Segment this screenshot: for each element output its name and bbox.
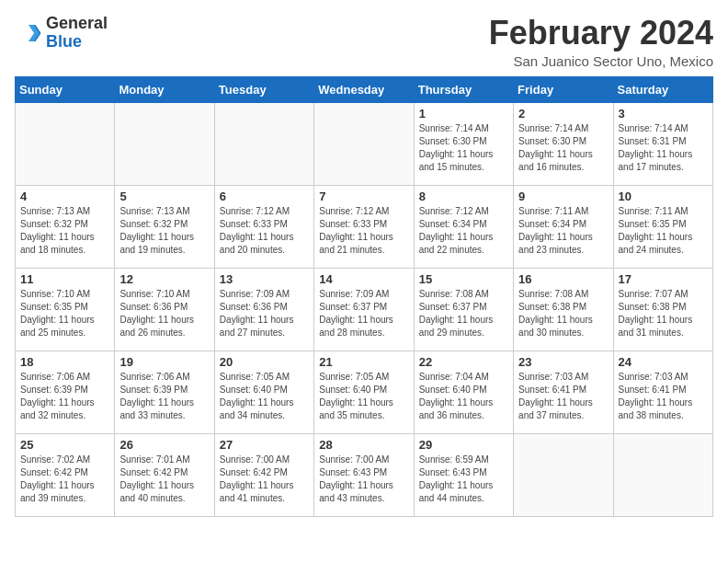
day-info: Sunrise: 7:14 AMSunset: 6:31 PMDaylight:… [619, 122, 708, 174]
day-number: 3 [619, 107, 708, 121]
day-info: Sunrise: 7:12 AMSunset: 6:33 PMDaylight:… [220, 205, 309, 257]
calendar-cell: 10Sunrise: 7:11 AMSunset: 6:35 PMDayligh… [613, 185, 712, 268]
day-info: Sunrise: 7:04 AMSunset: 6:40 PMDaylight:… [419, 371, 508, 422]
logo-general-text: General [46, 15, 108, 33]
calendar-cell: 3Sunrise: 7:14 AMSunset: 6:31 PMDaylight… [613, 102, 712, 185]
calendar-cell: 6Sunrise: 7:12 AMSunset: 6:33 PMDaylight… [214, 185, 313, 268]
title-section: February 2024 San Juanico Sector Uno, Me… [489, 15, 713, 69]
day-info: Sunrise: 7:01 AMSunset: 6:42 PMDaylight:… [119, 454, 209, 505]
calendar-cell [214, 102, 313, 185]
day-number: 26 [119, 438, 209, 452]
day-number: 21 [319, 355, 408, 369]
day-number: 9 [518, 190, 608, 203]
day-number: 29 [419, 438, 508, 452]
calendar-cell: 7Sunrise: 7:12 AMSunset: 6:33 PMDaylight… [314, 185, 414, 268]
day-info: Sunrise: 7:05 AMSunset: 6:40 PMDaylight:… [220, 371, 309, 422]
day-info: Sunrise: 7:09 AMSunset: 6:36 PMDaylight:… [220, 288, 309, 339]
day-number: 10 [619, 190, 708, 203]
week-row-5: 25Sunrise: 7:02 AMSunset: 6:42 PMDayligh… [16, 433, 713, 516]
logo-blue-text: Blue [46, 33, 108, 52]
day-number: 5 [119, 190, 209, 203]
day-number: 24 [619, 355, 708, 369]
calendar-cell: 17Sunrise: 7:07 AMSunset: 6:38 PMDayligh… [613, 268, 712, 350]
weekday-header-monday: Monday [115, 76, 214, 102]
day-number: 28 [319, 438, 408, 452]
calendar-cell: 15Sunrise: 7:08 AMSunset: 6:37 PMDayligh… [414, 268, 513, 350]
calendar-cell: 27Sunrise: 7:00 AMSunset: 6:42 PMDayligh… [214, 433, 313, 516]
calendar-cell: 1Sunrise: 7:14 AMSunset: 6:30 PMDaylight… [414, 102, 513, 185]
calendar-cell: 25Sunrise: 7:02 AMSunset: 6:42 PMDayligh… [16, 433, 115, 516]
day-number: 19 [119, 355, 209, 369]
day-number: 22 [419, 355, 508, 369]
month-title: February 2024 [489, 15, 713, 52]
logo-text: General Blue [46, 15, 108, 52]
calendar-cell: 26Sunrise: 7:01 AMSunset: 6:42 PMDayligh… [115, 433, 214, 516]
calendar-cell: 9Sunrise: 7:11 AMSunset: 6:34 PMDaylight… [514, 185, 613, 268]
day-info: Sunrise: 7:14 AMSunset: 6:30 PMDaylight:… [518, 122, 608, 174]
day-info: Sunrise: 6:59 AMSunset: 6:43 PMDaylight:… [419, 454, 508, 505]
day-info: Sunrise: 7:03 AMSunset: 6:41 PMDaylight:… [518, 371, 608, 422]
calendar-cell: 8Sunrise: 7:12 AMSunset: 6:34 PMDaylight… [414, 185, 513, 268]
weekday-header-row: SundayMondayTuesdayWednesdayThursdayFrid… [16, 76, 713, 102]
weekday-header-sunday: Sunday [16, 76, 115, 102]
calendar-cell: 2Sunrise: 7:14 AMSunset: 6:30 PMDaylight… [514, 102, 613, 185]
day-number: 15 [419, 272, 508, 286]
day-number: 12 [119, 272, 209, 286]
week-row-4: 18Sunrise: 7:06 AMSunset: 6:39 PMDayligh… [16, 350, 713, 433]
day-number: 20 [220, 355, 309, 369]
day-number: 2 [518, 107, 608, 121]
day-number: 23 [518, 355, 608, 369]
calendar-cell: 20Sunrise: 7:05 AMSunset: 6:40 PMDayligh… [214, 350, 313, 433]
day-info: Sunrise: 7:05 AMSunset: 6:40 PMDaylight:… [319, 371, 408, 422]
calendar-cell: 18Sunrise: 7:06 AMSunset: 6:39 PMDayligh… [16, 350, 115, 433]
day-number: 13 [220, 272, 309, 286]
calendar-cell: 21Sunrise: 7:05 AMSunset: 6:40 PMDayligh… [314, 350, 414, 433]
page-container: General Blue February 2024 San Juanico S… [15, 15, 713, 517]
day-info: Sunrise: 7:13 AMSunset: 6:32 PMDaylight:… [119, 205, 209, 257]
weekday-header-friday: Friday [514, 76, 613, 102]
day-number: 1 [419, 107, 508, 121]
day-info: Sunrise: 7:09 AMSunset: 6:37 PMDaylight:… [319, 288, 408, 339]
calendar-cell: 16Sunrise: 7:08 AMSunset: 6:38 PMDayligh… [514, 268, 613, 350]
day-info: Sunrise: 7:11 AMSunset: 6:35 PMDaylight:… [619, 205, 708, 257]
week-row-2: 4Sunrise: 7:13 AMSunset: 6:32 PMDaylight… [16, 185, 713, 268]
day-number: 4 [20, 190, 109, 203]
day-info: Sunrise: 7:07 AMSunset: 6:38 PMDaylight:… [619, 288, 708, 339]
day-info: Sunrise: 7:14 AMSunset: 6:30 PMDaylight:… [419, 122, 508, 174]
day-info: Sunrise: 7:10 AMSunset: 6:36 PMDaylight:… [119, 288, 209, 339]
day-info: Sunrise: 7:11 AMSunset: 6:34 PMDaylight:… [518, 205, 608, 257]
weekday-header-thursday: Thursday [414, 76, 513, 102]
calendar-cell: 5Sunrise: 7:13 AMSunset: 6:32 PMDaylight… [115, 185, 214, 268]
calendar-cell [16, 102, 115, 185]
day-number: 11 [20, 272, 109, 286]
day-info: Sunrise: 7:12 AMSunset: 6:34 PMDaylight:… [419, 205, 508, 257]
day-number: 6 [220, 190, 309, 203]
day-number: 8 [419, 190, 508, 203]
day-info: Sunrise: 7:12 AMSunset: 6:33 PMDaylight:… [319, 205, 408, 257]
logo: General Blue [15, 15, 108, 52]
calendar-cell [514, 433, 613, 516]
day-info: Sunrise: 7:08 AMSunset: 6:37 PMDaylight:… [419, 288, 508, 339]
day-info: Sunrise: 7:10 AMSunset: 6:35 PMDaylight:… [20, 288, 109, 339]
day-info: Sunrise: 7:02 AMSunset: 6:42 PMDaylight:… [20, 454, 109, 505]
day-info: Sunrise: 7:00 AMSunset: 6:43 PMDaylight:… [319, 454, 408, 505]
calendar-cell [115, 102, 214, 185]
week-row-3: 11Sunrise: 7:10 AMSunset: 6:35 PMDayligh… [16, 268, 713, 350]
day-number: 17 [619, 272, 708, 286]
svg-marker-1 [28, 25, 40, 41]
calendar-cell: 12Sunrise: 7:10 AMSunset: 6:36 PMDayligh… [115, 268, 214, 350]
day-info: Sunrise: 7:08 AMSunset: 6:38 PMDaylight:… [518, 288, 608, 339]
calendar-cell: 14Sunrise: 7:09 AMSunset: 6:37 PMDayligh… [314, 268, 414, 350]
logo-icon [15, 19, 42, 47]
calendar-cell: 28Sunrise: 7:00 AMSunset: 6:43 PMDayligh… [314, 433, 414, 516]
day-info: Sunrise: 7:06 AMSunset: 6:39 PMDaylight:… [20, 371, 109, 422]
calendar: SundayMondayTuesdayWednesdayThursdayFrid… [15, 76, 713, 517]
week-row-1: 1Sunrise: 7:14 AMSunset: 6:30 PMDaylight… [16, 102, 713, 185]
day-info: Sunrise: 7:03 AMSunset: 6:41 PMDaylight:… [619, 371, 708, 422]
calendar-cell: 24Sunrise: 7:03 AMSunset: 6:41 PMDayligh… [613, 350, 712, 433]
calendar-cell: 29Sunrise: 6:59 AMSunset: 6:43 PMDayligh… [414, 433, 513, 516]
calendar-cell: 19Sunrise: 7:06 AMSunset: 6:39 PMDayligh… [115, 350, 214, 433]
calendar-cell [613, 433, 712, 516]
day-info: Sunrise: 7:00 AMSunset: 6:42 PMDaylight:… [220, 454, 309, 505]
calendar-cell: 22Sunrise: 7:04 AMSunset: 6:40 PMDayligh… [414, 350, 513, 433]
